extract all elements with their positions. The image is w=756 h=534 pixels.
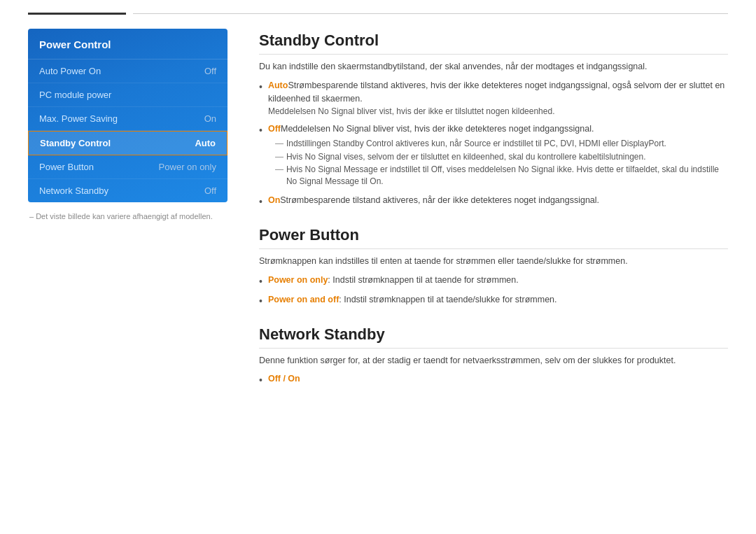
section-desc-network-standby: Denne funktion sørger for, at der stadig… — [259, 354, 728, 367]
menu-item-value-4: Power on only — [159, 162, 216, 172]
bullet-item-power-button-0: • Power on only: Indstil strømknappen ti… — [259, 274, 728, 289]
bullet-item-standby-control-1: • OffMeddelelsen No Signal bliver vist, … — [259, 122, 728, 190]
bullet-content-1-1: Power on and off: Indstil strømknappen t… — [268, 293, 728, 307]
bullet-content-0-2: OnStrømbesparende tilstand aktiveres, nå… — [268, 194, 728, 207]
section-desc-power-button: Strømknappen kan indstilles til enten at… — [259, 255, 728, 268]
top-bar — [0, 0, 756, 22]
section-title-network-standby: Network Standby — [259, 325, 728, 349]
bullet-content-0-0: AutoStrømbesparende tilstand aktiveres, … — [268, 79, 728, 118]
bullet-dot-2-0: • — [259, 373, 262, 388]
menu-items-container: Auto Power On OffPC module power Max. Po… — [28, 59, 227, 202]
menu-box: Power Control Auto Power On OffPC module… — [28, 29, 227, 202]
bullet-item-standby-control-0: • AutoStrømbesparende tilstand aktiveres… — [259, 79, 728, 118]
bullet-list-standby-control: • AutoStrømbesparende tilstand aktiveres… — [259, 79, 728, 209]
menu-item-value-0: Off — [204, 66, 216, 76]
menu-item-3[interactable]: Standby Control Auto — [28, 131, 227, 155]
sub-notes-0-1: Indstillingen Standby Control aktiveres … — [268, 138, 728, 188]
menu-item-value-3: Auto — [195, 138, 216, 148]
bullet-label-0-0: Auto — [268, 80, 288, 90]
bullet-dot-0-2: • — [259, 195, 262, 209]
sub-note-0-1-2: Hvis No Signal Message er indstillet til… — [275, 164, 728, 188]
section-power-button: Power ButtonStrømknappen kan indstilles … — [259, 226, 728, 309]
bullet-dot-0-0: • — [259, 80, 262, 94]
menu-item-4[interactable]: Power Button Power on only — [28, 155, 227, 179]
bullet-text-0-1: Meddelelsen No Signal bliver vist, hvis … — [281, 124, 594, 134]
bullet-label-1-1: Power on and off — [268, 295, 339, 304]
section-network-standby: Network StandbyDenne funktion sørger for… — [259, 325, 728, 388]
bullet-text-0-0: Strømbesparende tilstand aktiveres, hvis… — [268, 80, 724, 104]
main-content: Power Control Auto Power On OffPC module… — [0, 22, 756, 412]
sections-container: Standby ControlDu kan indstille den skae… — [259, 31, 728, 388]
menu-item-5[interactable]: Network Standby Off — [28, 179, 227, 202]
menu-item-value-5: Off — [204, 185, 216, 196]
section-title-standby-control: Standby Control — [259, 31, 728, 55]
bullet-text-1-0: : Indstil strømknappen til at taende for… — [328, 275, 518, 285]
bullet-item-power-button-1: • Power on and off: Indstil strømknappen… — [259, 293, 728, 309]
menu-item-0[interactable]: Auto Power On Off — [28, 59, 227, 83]
bullet-item-standby-control-2: • OnStrømbesparende tilstand aktiveres, … — [259, 194, 728, 209]
bullet-label-0-1: Off — [268, 124, 281, 134]
bullet-text-0-2: Strømbesparende tilstand aktiveres, når … — [280, 195, 599, 205]
menu-item-value-2: On — [204, 113, 216, 124]
bullet-text-1-1: : Indstil strømknappen til at taende/slu… — [339, 295, 556, 304]
bullet-dot-1-0: • — [259, 274, 262, 289]
menu-title: Power Control — [28, 29, 227, 59]
sub-note-0-1-1: Hvis No Signal vises, selvom der er tils… — [275, 151, 728, 163]
bullet-dot-1-1: • — [259, 294, 262, 309]
section-standby-control: Standby ControlDu kan indstille den skae… — [259, 31, 728, 209]
bullet-subtext-0-0: Meddelelsen No Signal bliver vist, hvis … — [268, 106, 555, 116]
sub-note-0-1-0: Indstillingen Standby Control aktiveres … — [275, 138, 728, 150]
menu-item-label-5: Network Standby — [39, 185, 108, 196]
bullet-list-power-button: • Power on only: Indstil strømknappen ti… — [259, 274, 728, 309]
footnote: – Det viste billede kan variere afhaengi… — [28, 212, 231, 220]
bullet-label-1-0: Power on only — [268, 275, 328, 285]
bullet-dot-0-1: • — [259, 123, 262, 138]
bullet-item-network-standby-0: • Off / On — [259, 372, 728, 388]
bullet-label-2-0: Off / On — [268, 374, 300, 384]
bullet-content-2-0: Off / On — [268, 372, 728, 386]
menu-item-label-1: PC module power — [39, 90, 111, 100]
bullet-content-1-0: Power on only: Indstil strømknappen til … — [268, 274, 728, 287]
bullet-content-0-1: OffMeddelelsen No Signal bliver vist, hv… — [268, 122, 728, 190]
right-content: Standby ControlDu kan indstille den skae… — [259, 29, 728, 405]
menu-item-1[interactable]: PC module power — [28, 83, 227, 107]
menu-item-label-2: Max. Power Saving — [39, 113, 118, 124]
section-title-power-button: Power Button — [259, 226, 728, 249]
section-desc-standby-control: Du kan indstille den skaermstandbytilsta… — [259, 60, 728, 73]
top-line-separator — [133, 13, 728, 14]
bullet-label-0-2: On — [268, 195, 280, 205]
menu-item-label-4: Power Button — [39, 162, 94, 172]
menu-item-label-0: Auto Power On — [39, 66, 101, 76]
bullet-list-network-standby: • Off / On — [259, 372, 728, 388]
menu-item-2[interactable]: Max. Power Saving On — [28, 107, 227, 131]
top-line-accent — [28, 13, 126, 15]
menu-item-label-3: Standby Control — [40, 138, 111, 148]
left-panel: Power Control Auto Power On OffPC module… — [28, 29, 231, 405]
